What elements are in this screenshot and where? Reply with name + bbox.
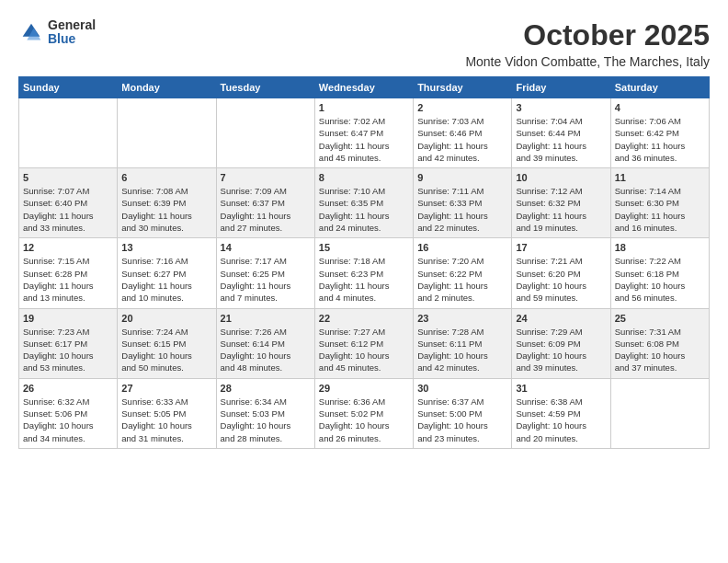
day-content: Sunrise: 6:36 AM Sunset: 5:02 PM Dayligh… — [319, 396, 409, 444]
day-number: 7 — [221, 172, 311, 183]
calendar-day-cell: 25Sunrise: 7:31 AM Sunset: 6:08 PM Dayli… — [610, 308, 709, 378]
day-number: 25 — [615, 313, 705, 324]
day-number: 16 — [417, 242, 507, 253]
calendar-day-cell: 29Sunrise: 6:36 AM Sunset: 5:02 PM Dayli… — [314, 378, 413, 448]
day-number: 3 — [516, 102, 606, 113]
calendar-day-cell: 21Sunrise: 7:26 AM Sunset: 6:14 PM Dayli… — [216, 308, 314, 378]
weekday-header: Saturday — [610, 77, 709, 98]
calendar-day-cell — [118, 98, 216, 168]
day-content: Sunrise: 7:21 AM Sunset: 6:20 PM Dayligh… — [516, 255, 606, 304]
day-content: Sunrise: 7:07 AM Sunset: 6:40 PM Dayligh… — [23, 185, 113, 234]
day-content: Sunrise: 6:33 AM Sunset: 5:05 PM Dayligh… — [121, 396, 211, 444]
calendar-table: SundayMondayTuesdayWednesdayThursdayFrid… — [18, 76, 710, 449]
day-content: Sunrise: 7:11 AM Sunset: 6:33 PM Dayligh… — [417, 185, 507, 234]
day-content: Sunrise: 6:38 AM Sunset: 4:59 PM Dayligh… — [516, 396, 606, 444]
day-content: Sunrise: 7:28 AM Sunset: 6:11 PM Dayligh… — [417, 326, 507, 374]
calendar-day-cell: 7Sunrise: 7:09 AM Sunset: 6:37 PM Daylig… — [216, 168, 314, 238]
page-header: General Blue October 2025 Monte Vidon Co… — [18, 18, 710, 69]
day-number: 4 — [615, 102, 705, 113]
day-content: Sunrise: 7:16 AM Sunset: 6:27 PM Dayligh… — [121, 255, 211, 304]
calendar-day-cell: 15Sunrise: 7:18 AM Sunset: 6:23 PM Dayli… — [314, 238, 413, 308]
calendar-day-cell: 14Sunrise: 7:17 AM Sunset: 6:25 PM Dayli… — [216, 238, 314, 308]
calendar-day-cell: 17Sunrise: 7:21 AM Sunset: 6:20 PM Dayli… — [512, 238, 610, 308]
day-content: Sunrise: 7:18 AM Sunset: 6:23 PM Dayligh… — [319, 255, 409, 304]
title-section: October 2025 Monte Vidon Combatte, The M… — [465, 18, 710, 69]
day-number: 23 — [417, 313, 507, 324]
day-content: Sunrise: 7:12 AM Sunset: 6:32 PM Dayligh… — [516, 185, 606, 234]
day-number: 19 — [23, 313, 113, 324]
logo-general: General — [48, 18, 96, 32]
logo-blue: Blue — [48, 32, 96, 46]
calendar-day-cell — [610, 378, 709, 448]
day-number: 8 — [319, 172, 409, 183]
day-content: Sunrise: 6:32 AM Sunset: 5:06 PM Dayligh… — [23, 396, 113, 444]
calendar-day-cell: 9Sunrise: 7:11 AM Sunset: 6:33 PM Daylig… — [414, 168, 512, 238]
day-number: 9 — [417, 172, 507, 183]
calendar-day-cell: 10Sunrise: 7:12 AM Sunset: 6:32 PM Dayli… — [512, 168, 610, 238]
calendar-day-cell: 26Sunrise: 6:32 AM Sunset: 5:06 PM Dayli… — [19, 378, 118, 448]
day-number: 11 — [615, 172, 705, 183]
calendar-day-cell: 24Sunrise: 7:29 AM Sunset: 6:09 PM Dayli… — [512, 308, 610, 378]
calendar-day-cell: 12Sunrise: 7:15 AM Sunset: 6:28 PM Dayli… — [19, 238, 118, 308]
day-content: Sunrise: 7:03 AM Sunset: 6:46 PM Dayligh… — [417, 115, 507, 164]
calendar-title: October 2025 — [465, 18, 710, 52]
calendar-day-cell: 8Sunrise: 7:10 AM Sunset: 6:35 PM Daylig… — [314, 168, 413, 238]
calendar-day-cell — [19, 98, 118, 168]
calendar-subtitle: Monte Vidon Combatte, The Marches, Italy — [465, 54, 710, 69]
day-content: Sunrise: 7:06 AM Sunset: 6:42 PM Dayligh… — [615, 115, 705, 164]
day-content: Sunrise: 7:31 AM Sunset: 6:08 PM Dayligh… — [615, 326, 705, 374]
day-number: 20 — [121, 313, 211, 324]
day-number: 6 — [121, 172, 211, 183]
calendar-day-cell: 18Sunrise: 7:22 AM Sunset: 6:18 PM Dayli… — [610, 238, 709, 308]
weekday-header: Tuesday — [216, 77, 314, 98]
day-number: 1 — [319, 102, 409, 113]
calendar-day-cell: 1Sunrise: 7:02 AM Sunset: 6:47 PM Daylig… — [314, 98, 413, 168]
day-number: 10 — [516, 172, 606, 183]
calendar-week-row: 26Sunrise: 6:32 AM Sunset: 5:06 PM Dayli… — [19, 378, 710, 448]
day-number: 24 — [516, 313, 606, 324]
weekday-header: Friday — [512, 77, 610, 98]
day-number: 28 — [221, 383, 311, 394]
weekday-header: Sunday — [19, 77, 118, 98]
calendar-day-cell: 2Sunrise: 7:03 AM Sunset: 6:46 PM Daylig… — [414, 98, 512, 168]
day-content: Sunrise: 7:08 AM Sunset: 6:39 PM Dayligh… — [121, 185, 211, 234]
calendar-week-row: 19Sunrise: 7:23 AM Sunset: 6:17 PM Dayli… — [19, 308, 710, 378]
calendar-day-cell: 31Sunrise: 6:38 AM Sunset: 4:59 PM Dayli… — [512, 378, 610, 448]
day-number: 13 — [121, 242, 211, 253]
calendar-day-cell: 30Sunrise: 6:37 AM Sunset: 5:00 PM Dayli… — [414, 378, 512, 448]
day-content: Sunrise: 7:02 AM Sunset: 6:47 PM Dayligh… — [319, 115, 409, 164]
day-number: 21 — [221, 313, 311, 324]
logo-text: General Blue — [48, 18, 96, 47]
logo-icon — [18, 19, 44, 45]
day-content: Sunrise: 7:09 AM Sunset: 6:37 PM Dayligh… — [221, 185, 311, 234]
calendar-day-cell: 16Sunrise: 7:20 AM Sunset: 6:22 PM Dayli… — [414, 238, 512, 308]
weekday-header: Thursday — [414, 77, 512, 98]
day-content: Sunrise: 7:22 AM Sunset: 6:18 PM Dayligh… — [615, 255, 705, 304]
day-number: 29 — [319, 383, 409, 394]
calendar-day-cell: 23Sunrise: 7:28 AM Sunset: 6:11 PM Dayli… — [414, 308, 512, 378]
day-number: 26 — [23, 383, 113, 394]
day-content: Sunrise: 7:15 AM Sunset: 6:28 PM Dayligh… — [23, 255, 113, 304]
day-content: Sunrise: 7:29 AM Sunset: 6:09 PM Dayligh… — [516, 326, 606, 374]
calendar-day-cell: 6Sunrise: 7:08 AM Sunset: 6:39 PM Daylig… — [118, 168, 216, 238]
weekday-header: Wednesday — [314, 77, 413, 98]
day-content: Sunrise: 7:27 AM Sunset: 6:12 PM Dayligh… — [319, 326, 409, 374]
calendar-day-cell: 20Sunrise: 7:24 AM Sunset: 6:15 PM Dayli… — [118, 308, 216, 378]
day-content: Sunrise: 7:26 AM Sunset: 6:14 PM Dayligh… — [221, 326, 311, 374]
logo: General Blue — [18, 18, 96, 47]
weekday-header: Monday — [118, 77, 216, 98]
calendar-day-cell: 13Sunrise: 7:16 AM Sunset: 6:27 PM Dayli… — [118, 238, 216, 308]
calendar-day-cell: 4Sunrise: 7:06 AM Sunset: 6:42 PM Daylig… — [610, 98, 709, 168]
day-number: 31 — [516, 383, 606, 394]
calendar-day-cell: 28Sunrise: 6:34 AM Sunset: 5:03 PM Dayli… — [216, 378, 314, 448]
calendar-day-cell: 27Sunrise: 6:33 AM Sunset: 5:05 PM Dayli… — [118, 378, 216, 448]
calendar-day-cell: 19Sunrise: 7:23 AM Sunset: 6:17 PM Dayli… — [19, 308, 118, 378]
calendar-week-row: 1Sunrise: 7:02 AM Sunset: 6:47 PM Daylig… — [19, 98, 710, 168]
calendar-week-row: 5Sunrise: 7:07 AM Sunset: 6:40 PM Daylig… — [19, 168, 710, 238]
day-content: Sunrise: 6:34 AM Sunset: 5:03 PM Dayligh… — [221, 396, 311, 444]
day-number: 14 — [221, 242, 311, 253]
weekday-header-row: SundayMondayTuesdayWednesdayThursdayFrid… — [19, 77, 710, 98]
day-content: Sunrise: 7:17 AM Sunset: 6:25 PM Dayligh… — [221, 255, 311, 304]
day-content: Sunrise: 7:23 AM Sunset: 6:17 PM Dayligh… — [23, 326, 113, 374]
day-content: Sunrise: 7:10 AM Sunset: 6:35 PM Dayligh… — [319, 185, 409, 234]
